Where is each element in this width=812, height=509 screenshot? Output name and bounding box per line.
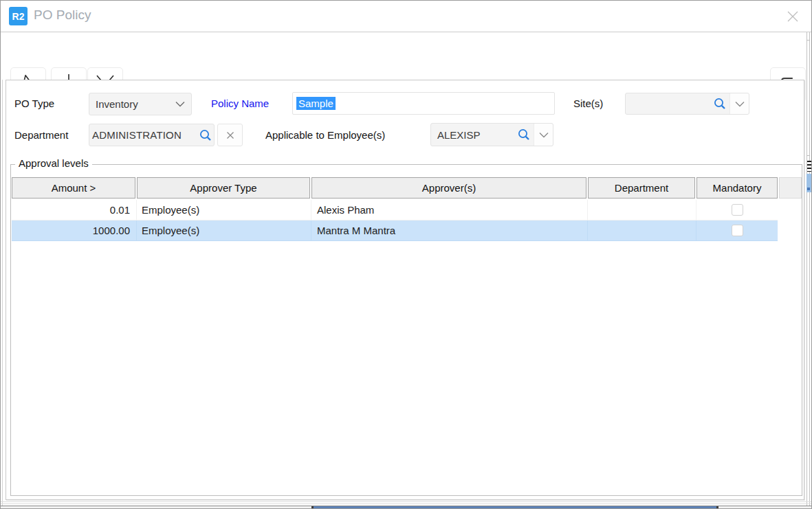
mandatory-cell [696,220,778,240]
policy-name-label: Policy Name [211,98,269,109]
column-header-approvers[interactable]: Approver(s) [311,177,586,199]
right-edge-line [809,32,810,509]
chevron-down-icon[interactable] [534,124,553,146]
table-row[interactable]: 0.01 Employee(s) Alexis Pham [12,200,778,220]
right-edge-strip [806,32,812,509]
approvers-cell: Mantra M Mantra [311,220,588,240]
app-logo-icon: R2 [9,7,28,25]
search-icon[interactable] [199,128,212,142]
applicable-employees-value: ALEXISP [431,129,517,141]
horizontal-scrollbar-thumb[interactable] [311,506,718,509]
close-icon [785,9,800,24]
right-edge-tick [806,155,810,156]
department-lookup-field[interactable]: ADMINISTRATION [89,124,215,146]
table-row-selected[interactable]: 1000.00 Employee(s) Mantra M Mantra [12,220,778,241]
department-cell [588,220,696,240]
window-close-button[interactable] [782,6,803,27]
amount-cell: 1000.00 [12,220,137,240]
bottom-divider-line [1,501,812,502]
applicable-employees-label: Applicable to Employee(s) [265,129,385,141]
chevron-down-icon [175,101,185,107]
department-value: ADMINISTRATION [89,129,199,141]
approver-type-cell: Employee(s) [137,220,311,240]
search-icon[interactable] [517,128,531,142]
right-edge-tick [806,40,810,41]
mandatory-checkbox[interactable] [732,225,743,236]
department-clear-button[interactable] [217,124,243,146]
title-bar: R2 PO Policy [1,1,812,32]
column-header-mandatory[interactable]: Mandatory [696,177,778,199]
window-title: PO Policy [34,8,91,23]
chevron-down-icon[interactable] [729,93,749,114]
sites-lookup-field[interactable] [625,93,749,115]
po-type-dropdown[interactable]: Inventory [89,93,192,115]
left-edge-line [2,80,3,506]
clear-x-icon [226,131,234,139]
po-type-label: PO Type [14,98,54,109]
policy-name-input[interactable]: Sample [292,92,555,115]
mandatory-checkbox[interactable] [732,204,743,216]
sites-label: Site(s) [573,98,603,109]
toolbar [1,32,812,78]
column-header-amount[interactable]: Amount > [12,177,135,199]
approval-levels-legend: Approval levels [15,157,92,169]
right-edge-line [806,32,807,509]
grip-marks-icon [807,161,811,172]
amount-cell: 0.01 [12,200,137,220]
table-header-filler [779,177,802,199]
policy-name-value: Sample [296,97,336,110]
department-cell [588,200,696,220]
approvers-cell: Alexis Pham [311,200,588,220]
approver-type-cell: Employee(s) [137,200,311,220]
scrollbar-thumb-dot [807,188,810,190]
bottom-divider-line [1,504,812,504]
applicable-employees-lookup-field[interactable]: ALEXISP [430,123,553,146]
department-label: Department [14,129,68,141]
mandatory-cell [696,200,778,220]
search-icon[interactable] [713,97,727,111]
po-type-value: Inventory [89,98,175,110]
column-header-department[interactable]: Department [588,177,695,199]
table-header-row: Amount > Approver Type Approver(s) Depar… [12,177,778,199]
column-header-approver-type[interactable]: Approver Type [137,177,310,199]
